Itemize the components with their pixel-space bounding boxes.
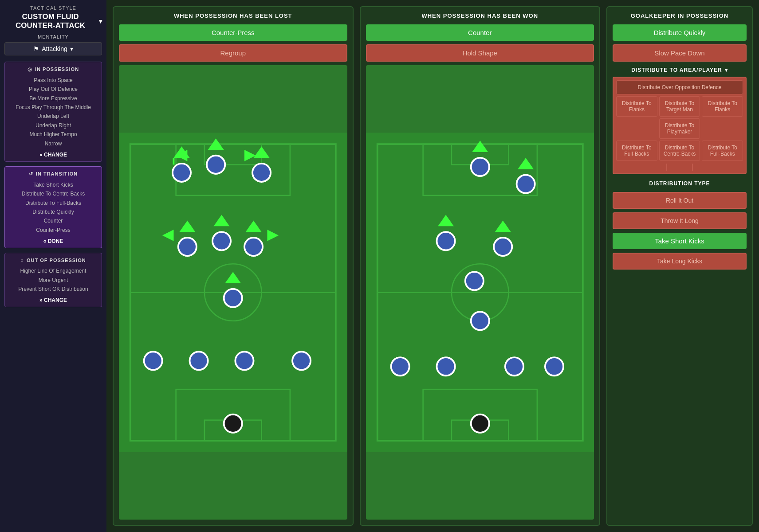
possession-won-title: WHEN POSSESSION HAS BEEN WON xyxy=(366,12,594,19)
out-of-possession-items: Higher Line Of Engagement More Urgent Pr… xyxy=(9,266,97,293)
in-transition-done-button[interactable]: « DONE xyxy=(9,238,97,244)
tactical-style-name: CUSTOM FLUID COUNTER-ATTACK ▾ xyxy=(4,12,102,31)
main-content: WHEN POSSESSION HAS BEEN LOST Counter-Pr… xyxy=(106,0,759,532)
sidebar: TACTICAL STYLE CUSTOM FLUID COUNTER-ATTA… xyxy=(0,0,106,532)
tactical-style-label: TACTICAL STYLE xyxy=(4,5,102,11)
dist-centrebacks[interactable]: Distribute To Centre-Backs xyxy=(659,141,700,161)
possession-lost-title: WHEN POSSESSION HAS BEEN LOST xyxy=(119,12,347,19)
chevron-down-icon[interactable]: ▾ xyxy=(99,18,102,25)
distribute-row-1: Distribute Over Opposition Defence xyxy=(616,80,743,94)
svg-point-54 xyxy=(471,415,489,433)
dist-playmaker[interactable]: Distribute To Playmaker xyxy=(659,118,700,139)
svg-point-11 xyxy=(207,156,225,174)
regroup-button[interactable]: Regroup xyxy=(119,44,347,62)
in-transition-icon: ↺ xyxy=(29,171,33,177)
svg-point-51 xyxy=(437,357,455,376)
svg-point-53 xyxy=(545,357,563,376)
out-of-possession-change-button[interactable]: » CHANGE xyxy=(9,297,97,303)
take-short-kicks-button[interactable]: Take Short Kicks xyxy=(613,233,747,249)
out-of-possession-title: ○ OUT OF POSSESSION xyxy=(9,258,97,263)
in-possession-change-button[interactable]: » CHANGE xyxy=(9,152,97,158)
svg-point-42 xyxy=(516,175,535,193)
dist-fullbacks-left[interactable]: Distribute To Full-Backs xyxy=(616,141,657,161)
hold-shape-button[interactable]: Hold Shape xyxy=(366,44,594,62)
pitch-possession-lost xyxy=(119,65,347,520)
mentality-dropdown[interactable]: ⚑ Attacking ▾ xyxy=(4,42,102,55)
throw-it-long-button[interactable]: Throw It Long xyxy=(613,212,747,229)
svg-point-27 xyxy=(144,352,162,370)
roll-it-out-button[interactable]: Roll It Out xyxy=(613,192,747,209)
mentality-chevron-icon: ▾ xyxy=(70,45,73,52)
svg-point-30 xyxy=(292,352,311,370)
distribute-grid: Distribute Over Opposition Defence Distr… xyxy=(613,77,747,174)
columns-row: WHEN POSSESSION HAS BEEN LOST Counter-Pr… xyxy=(113,6,753,526)
dist-flanks-right-top[interactable]: Distribute To Flanks xyxy=(702,96,743,117)
distribute-row-4: Distribute To Full-Backs Distribute To C… xyxy=(616,141,743,161)
out-of-possession-section: ○ OUT OF POSSESSION Higher Line Of Engag… xyxy=(4,253,102,307)
distribute-quickly-button[interactable]: Distribute Quickly xyxy=(613,24,747,41)
counter-button[interactable]: Counter xyxy=(366,24,594,41)
distribution-type-title: DISTRIBUTION TYPE xyxy=(613,180,747,187)
svg-point-44 xyxy=(437,232,455,250)
mentality-label: MENTALITY xyxy=(4,34,102,39)
distribute-row-2: Distribute To Flanks Distribute To Targe… xyxy=(616,96,743,117)
svg-point-29 xyxy=(235,352,253,370)
take-long-kicks-button[interactable]: Take Long Kicks xyxy=(613,253,747,270)
mentality-value: Attacking xyxy=(42,45,67,52)
dist-target-man[interactable]: Distribute To Target Man xyxy=(659,96,700,117)
distribute-chevron-icon[interactable]: ▾ xyxy=(725,67,728,73)
goalkeeper-title: GOALKEEPER IN POSSESSION xyxy=(613,12,747,19)
svg-point-28 xyxy=(189,352,208,370)
gate-area xyxy=(616,164,743,171)
pitch-possession-won xyxy=(366,65,594,520)
possession-lost-panel: WHEN POSSESSION HAS BEEN LOST Counter-Pr… xyxy=(113,6,354,526)
possession-won-panel: WHEN POSSESSION HAS BEEN WON Counter Hol… xyxy=(360,6,601,526)
svg-point-31 xyxy=(224,415,242,433)
svg-point-52 xyxy=(505,357,523,376)
mentality-icon: ⚑ xyxy=(33,45,39,52)
svg-point-17 xyxy=(178,238,197,256)
svg-point-22 xyxy=(244,238,263,256)
svg-point-49 xyxy=(471,312,489,330)
in-possession-icon: ◎ xyxy=(28,66,32,72)
svg-point-40 xyxy=(471,158,489,176)
svg-point-8 xyxy=(173,164,191,182)
svg-point-20 xyxy=(212,232,231,250)
in-transition-title: ↺ IN TRANSITION xyxy=(9,171,97,177)
svg-point-48 xyxy=(465,272,483,290)
distribute-row-3: Distribute To Playmaker xyxy=(616,118,743,139)
in-transition-items: Take Short Kicks Distribute To Centre-Ba… xyxy=(9,180,97,235)
svg-point-50 xyxy=(391,357,409,376)
dist-fullbacks-right[interactable]: Distribute To Full-Backs xyxy=(702,141,743,161)
dist-flanks-left-top[interactable]: Distribute To Flanks xyxy=(616,96,657,117)
dist-over-opp-def[interactable]: Distribute Over Opposition Defence xyxy=(616,80,743,94)
distribute-area-header: DISTRIBUTE TO AREA/PLAYER ▾ xyxy=(613,67,747,73)
svg-point-25 xyxy=(224,289,242,307)
in-possession-section: ◎ IN POSSESSION Pass Into Space Play Out… xyxy=(4,62,102,162)
goalkeeper-panel: GOALKEEPER IN POSSESSION Distribute Quic… xyxy=(606,6,753,526)
out-of-possession-icon: ○ xyxy=(20,258,24,263)
counter-press-button[interactable]: Counter-Press xyxy=(119,24,347,41)
in-transition-section: ↺ IN TRANSITION Take Short Kicks Distrib… xyxy=(4,166,102,248)
svg-point-46 xyxy=(494,238,512,256)
svg-point-15 xyxy=(252,164,271,182)
slow-pace-down-button[interactable]: Slow Pace Down xyxy=(613,44,747,62)
in-possession-title: ◎ IN POSSESSION xyxy=(9,66,97,72)
in-possession-items: Pass Into Space Play Out Of Defence Be M… xyxy=(9,76,97,148)
